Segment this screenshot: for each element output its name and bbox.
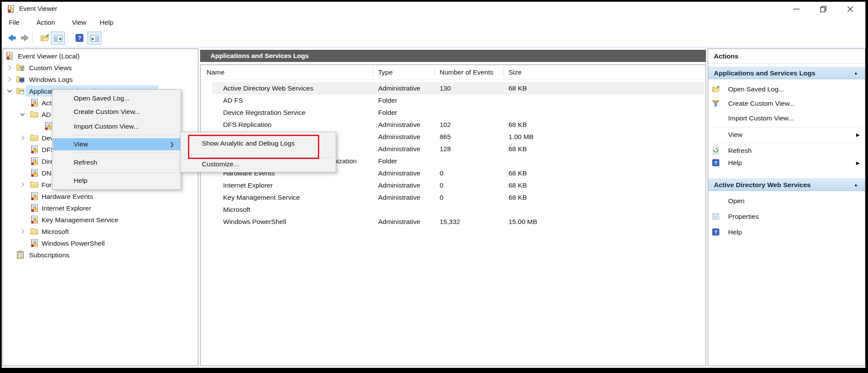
menu-item-label: Open Saved Log...	[74, 92, 130, 104]
table-row[interactable]: Internet ExplorerAdministrative068 KB	[201, 179, 706, 191]
toolbar-console-tree-toggle-icon[interactable]	[51, 32, 65, 45]
submenu-arrow-icon: ▶	[856, 129, 860, 141]
toolbar-back-arrow-icon[interactable]	[5, 32, 18, 44]
context-menu-item-refresh[interactable]: Refresh	[53, 156, 180, 169]
toolbar-separator	[32, 32, 32, 43]
table-row[interactable]: Active Directory Web ServicesAdministrat…	[201, 82, 706, 94]
tree-item-label: Windows Logs	[29, 74, 73, 85]
tree-item-key-management-service[interactable]: Key Management Service	[3, 214, 198, 226]
folder-filter-icon	[16, 63, 25, 72]
table-row[interactable]: DFS ReplicationAdministrative10268 KB	[201, 119, 706, 131]
action-item-open-saved-log[interactable]: Open Saved Log...	[708, 83, 865, 95]
folder-icon	[30, 133, 39, 142]
table-row[interactable]: Microsoft	[201, 204, 706, 216]
content-header-title: Applications and Services Logs	[200, 52, 309, 59]
actions-section-label: Applications and Services Logs	[708, 67, 865, 80]
submenu-item-show-analytic-and-debug-logs[interactable]: Show Analytic and Debug Logs	[181, 137, 335, 149]
action-item-label: View	[728, 129, 742, 141]
actions-separator	[711, 143, 862, 143]
action-item-help[interactable]: ?Help	[708, 226, 865, 238]
log-icon	[30, 157, 39, 165]
column-header-size[interactable]: Size	[508, 65, 521, 79]
tree-expander-expanded-icon[interactable]	[6, 87, 13, 95]
column-header-name[interactable]: Name	[207, 65, 224, 79]
toolbar: ?	[2, 29, 865, 48]
context-menu-item-import-custom-view[interactable]: Import Custom View...	[53, 120, 180, 133]
table-row[interactable]: Windows PowerShellAdministrative15,33215…	[201, 216, 706, 228]
tree-expander-collapsed-icon[interactable]	[6, 64, 13, 71]
tree-item-microsoft[interactable]: Microsoft	[3, 226, 198, 237]
action-item-label: Open	[728, 195, 745, 207]
action-item-help[interactable]: ?Help▶	[708, 157, 865, 169]
cell-number-of-events: 865	[440, 131, 451, 143]
tree-expander-collapsed-icon[interactable]	[19, 181, 26, 188]
action-item-refresh[interactable]: Refresh	[708, 145, 865, 157]
refresh-icon	[712, 146, 720, 155]
menu-action[interactable]: Action	[32, 16, 59, 29]
tree-expander-collapsed-icon[interactable]	[6, 75, 13, 83]
tree-expander-collapsed-icon[interactable]	[19, 134, 26, 142]
cell-size: 68 KB	[508, 143, 527, 155]
menu-view[interactable]: View	[68, 16, 91, 29]
cell-type: Folder	[378, 155, 397, 167]
tree-item-windows-logs[interactable]: Windows Logs	[3, 74, 198, 85]
minimize-button[interactable]	[783, 2, 810, 16]
cell-name: Active Directory Web Services	[223, 82, 313, 94]
action-item-properties[interactable]: Properties	[708, 211, 865, 223]
context-menu-item-create-custom-view[interactable]: Create Custom View...	[53, 106, 180, 118]
tree-expander-expanded-icon[interactable]	[19, 110, 26, 118]
toolbar-forward-arrow-icon[interactable]	[18, 32, 31, 44]
action-item-view[interactable]: View▶	[708, 129, 865, 141]
filter-icon	[712, 99, 720, 107]
tree-item-event-viewer-local[interactable]: Event Viewer (Local)	[3, 50, 198, 62]
toolbar-help-icon[interactable]: ?	[73, 32, 86, 44]
table-row[interactable]: Key Management ServiceAdministrative068 …	[201, 191, 706, 204]
tree-item-custom-views[interactable]: Custom Views	[3, 62, 198, 74]
tree-item-internet-explorer[interactable]: Internet Explorer	[3, 202, 198, 214]
log-icon	[30, 145, 39, 154]
collapse-section-icon[interactable]: ▲	[854, 67, 858, 80]
action-item-import-custom-view[interactable]: Import Custom View...	[708, 112, 865, 124]
menu-help[interactable]: Help	[95, 16, 118, 29]
table-row[interactable]: AD FSFolder	[201, 94, 706, 107]
context-menu-item-help[interactable]: Help	[53, 175, 180, 187]
column-header-type[interactable]: Type	[378, 65, 393, 79]
event-viewer-icon	[5, 52, 13, 60]
restore-button[interactable]	[810, 2, 837, 16]
tree-item-windows-powershell[interactable]: Windows PowerShell	[3, 237, 198, 249]
column-separator[interactable]	[503, 67, 504, 77]
context-menu-item-view[interactable]: View❯	[53, 138, 180, 150]
submenu-item-customize[interactable]: Customize...	[181, 158, 335, 170]
context-menu-item-open-saved-log[interactable]: Open Saved Log...	[53, 92, 180, 104]
column-separator[interactable]	[434, 67, 435, 77]
properties-icon	[712, 212, 720, 221]
action-pane-toggle-icon	[90, 34, 99, 43]
title-bar: Event Viewer	[2, 2, 865, 16]
menu-file[interactable]: File	[4, 16, 24, 29]
tree-item-label: Microsoft	[42, 226, 69, 237]
cell-type: Folder	[378, 107, 397, 119]
help-icon: ?	[75, 33, 84, 42]
toolbar-action-pane-toggle-icon[interactable]	[87, 32, 101, 45]
close-button[interactable]	[837, 2, 864, 16]
toolbar-open-saved-log-icon[interactable]	[38, 32, 51, 44]
svg-text:?: ?	[78, 35, 81, 41]
column-separator[interactable]	[373, 67, 373, 77]
menu-bar: FileActionViewHelp	[2, 16, 865, 29]
actions-section-applications-and-services-logs[interactable]: Applications and Services Logs▲	[708, 66, 865, 79]
table-row[interactable]: Device Registration ServiceFolder	[201, 107, 706, 119]
menu-separator	[72, 152, 177, 153]
cell-number-of-events: 128	[440, 143, 451, 155]
column-header-number-of-events[interactable]: Number of Events	[440, 65, 493, 79]
tree-item-hardware-events[interactable]: Hardware Events	[3, 191, 198, 202]
back-arrow-icon	[7, 33, 16, 42]
action-item-create-custom-view[interactable]: Create Custom View...	[708, 97, 865, 110]
tree-expander-collapsed-icon[interactable]	[19, 227, 26, 235]
tree-item-label: Key Management Service	[42, 214, 118, 226]
action-item-open[interactable]: Open	[708, 195, 865, 207]
collapse-section-icon[interactable]: ▲	[854, 178, 858, 191]
cell-number-of-events: 130	[440, 82, 451, 94]
actions-section-active-directory-web-services[interactable]: Active Directory Web Services▲	[708, 178, 865, 191]
tree-item-subscriptions[interactable]: Subscriptions	[3, 249, 198, 261]
cell-size: 68 KB	[508, 179, 527, 191]
